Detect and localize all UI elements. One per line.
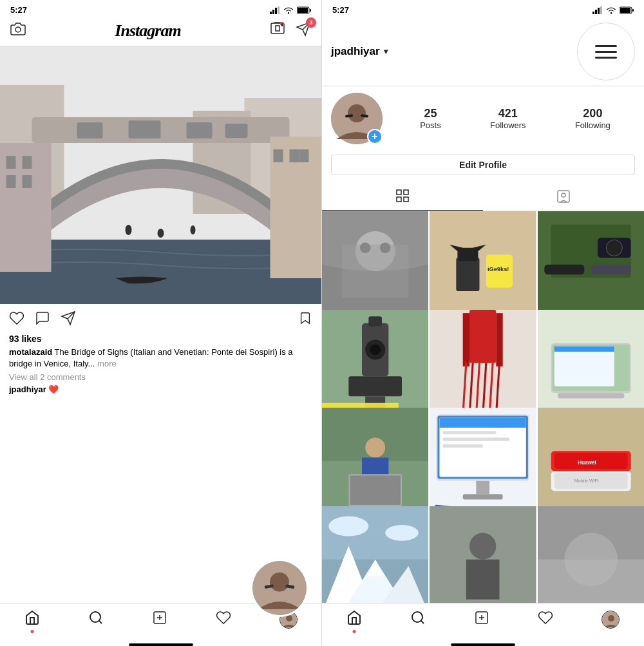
svg-rect-119 — [440, 417, 526, 427]
chevron-down-icon: ▾ — [384, 47, 388, 56]
comment-icon — [35, 310, 50, 326]
svg-rect-10 — [276, 26, 279, 31]
svg-point-145 — [469, 533, 496, 559]
person-tag-icon — [556, 189, 571, 204]
hamburger-menu-button[interactable] — [577, 23, 635, 81]
following-count: 200 — [583, 107, 602, 120]
svg-point-57 — [348, 104, 366, 122]
grid-item-3[interactable] — [538, 211, 644, 318]
post-actions — [0, 304, 321, 334]
svg-point-150 — [412, 612, 422, 622]
left-home-indicator — [129, 643, 193, 646]
comment-username[interactable]: jpadhiyar — [9, 385, 46, 394]
profile-circle-overlay[interactable] — [251, 559, 308, 617]
svg-point-35 — [191, 225, 196, 234]
svg-text:iGe9ks!: iGe9ks! — [488, 266, 509, 272]
left-header: Instagram ! 3 — [0, 17, 321, 46]
svg-point-136 — [328, 516, 368, 536]
svg-point-33 — [126, 225, 132, 235]
svg-point-156 — [608, 615, 614, 622]
svg-rect-2 — [275, 8, 277, 14]
username-dropdown[interactable]: jpadhiyar ▾ — [331, 45, 388, 58]
igtv-icon: ! — [270, 21, 285, 37]
svg-rect-0 — [270, 12, 272, 14]
svg-point-4 — [288, 12, 289, 14]
svg-text:!: ! — [281, 23, 282, 26]
wifi-icon — [283, 6, 294, 14]
svg-rect-72 — [457, 258, 480, 291]
svg-rect-114 — [350, 475, 401, 504]
caption-text: The Bridge of Sighs (Italian and Venetia… — [9, 347, 293, 368]
svg-rect-7 — [310, 9, 311, 12]
heart-nav-button[interactable] — [216, 610, 231, 629]
grid-item-1[interactable] — [322, 211, 428, 318]
home-nav-button[interactable] — [24, 610, 40, 629]
bookmark-icon — [298, 310, 312, 326]
posts-label: Posts — [420, 120, 441, 130]
grid-item-5[interactable] — [430, 310, 536, 416]
heart-icon — [9, 310, 24, 326]
igtv-button[interactable]: ! — [270, 21, 285, 41]
right-home-icon — [346, 610, 362, 625]
camera-button[interactable] — [10, 21, 26, 41]
svg-rect-31 — [290, 149, 299, 162]
view-comments[interactable]: View all 2 comments — [0, 372, 321, 385]
svg-rect-84 — [368, 316, 382, 326]
svg-rect-80 — [544, 265, 584, 274]
right-home-nav-button[interactable] — [346, 610, 362, 629]
add-story-button[interactable]: + — [367, 129, 383, 144]
share-button[interactable] — [61, 310, 76, 330]
profile-stats: 25 Posts 421 Followers 200 Following — [395, 107, 635, 130]
like-button[interactable] — [9, 310, 24, 330]
followers-stat[interactable]: 421 Followers — [490, 107, 526, 130]
svg-rect-32 — [299, 149, 309, 162]
svg-rect-20 — [129, 120, 161, 138]
add-nav-button[interactable] — [152, 610, 167, 629]
grid-item-8[interactable] — [430, 408, 536, 514]
svg-rect-105 — [558, 393, 624, 398]
profile-avatar[interactable]: + — [331, 93, 383, 144]
edit-profile-button[interactable]: Edit Profile — [331, 155, 635, 175]
comment-button[interactable] — [35, 310, 50, 330]
likes-count: 93 likes — [0, 334, 321, 347]
grid-item-10[interactable] — [322, 506, 428, 603]
bookmark-button[interactable] — [298, 310, 312, 330]
tab-grid[interactable] — [322, 182, 483, 211]
left-status-time: 5:27 — [10, 5, 27, 15]
svg-rect-71 — [430, 211, 536, 318]
grid-item-7[interactable] — [322, 408, 428, 514]
grid-item-9[interactable]: Huawei Mobile WiFi — [538, 408, 644, 514]
caption-username[interactable]: motalazaid — [9, 347, 52, 357]
svg-point-86 — [370, 344, 381, 355]
grid-item-4[interactable]: GIVEAWAY GIVEAWAY — [322, 310, 428, 416]
right-profile-nav-button[interactable] — [601, 611, 620, 629]
svg-rect-81 — [591, 265, 630, 274]
tab-tagged[interactable] — [483, 182, 644, 211]
grid-item-11[interactable] — [430, 506, 536, 603]
svg-rect-73 — [458, 248, 478, 261]
grid-item-6[interactable]: Acer — [538, 310, 644, 416]
right-status-icons — [592, 6, 634, 14]
caption-more[interactable]: more — [97, 359, 117, 368]
profile-avatar-overlay — [252, 561, 307, 615]
svg-rect-123 — [477, 481, 490, 495]
right-heart-nav-button[interactable] — [538, 610, 553, 629]
posts-stat[interactable]: 25 Posts — [420, 107, 441, 130]
share-icon — [61, 310, 76, 326]
left-status-icons — [270, 6, 311, 14]
svg-rect-93 — [469, 310, 496, 363]
right-home-indicator — [451, 643, 515, 646]
grid-item-2[interactable]: iGe9ks! — [430, 211, 536, 318]
svg-rect-30 — [274, 149, 283, 162]
signal-icon — [270, 6, 280, 14]
search-icon — [88, 610, 104, 625]
right-search-nav-button[interactable] — [410, 610, 426, 629]
right-add-nav-button[interactable] — [474, 610, 489, 629]
send-button[interactable]: 3 — [296, 21, 311, 41]
svg-rect-1 — [272, 10, 274, 14]
following-stat[interactable]: 200 Following — [575, 107, 611, 130]
search-nav-button[interactable] — [88, 610, 104, 629]
battery-icon — [297, 6, 311, 14]
right-phone-panel: 5:27 jpadhiyar ▾ — [322, 0, 644, 646]
grid-item-12[interactable] — [538, 506, 644, 603]
